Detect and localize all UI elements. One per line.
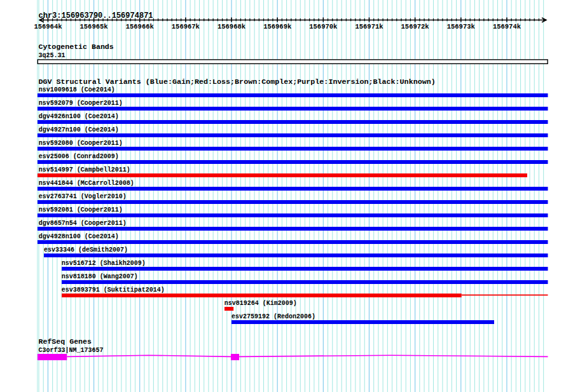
svg-text:156965k: 156965k — [80, 23, 108, 30]
svg-text:nsv516712 (Shaikh2009): nsv516712 (Shaikh2009) — [62, 260, 146, 267]
svg-text:esv3893791 (Suktitipat2014): esv3893791 (Suktitipat2014) — [62, 287, 165, 294]
svg-text:dgv8657n54 (Cooper2011): dgv8657n54 (Cooper2011) — [39, 220, 127, 227]
svg-text:156964k: 156964k — [34, 23, 62, 30]
svg-text:esv2763741 (Vogler2010): esv2763741 (Vogler2010) — [39, 193, 127, 200]
svg-text:3q25.31: 3q25.31 — [39, 52, 66, 59]
svg-text:nsv592080 (Cooper2011): nsv592080 (Cooper2011) — [39, 140, 123, 147]
svg-text:156972k: 156972k — [401, 23, 429, 30]
svg-text:esv33346 (deSmith2007): esv33346 (deSmith2007) — [44, 247, 128, 253]
svg-text:nsv819264 (Kim2009): nsv819264 (Kim2009) — [224, 300, 297, 307]
svg-text:156971k: 156971k — [355, 23, 383, 30]
svg-text:chr3:156963790..156974871: chr3:156963790..156974871 — [39, 11, 153, 20]
svg-text:nsv818180 (Wang2007): nsv818180 (Wang2007) — [62, 273, 138, 280]
svg-text:156968k: 156968k — [217, 23, 245, 30]
svg-text:156969k: 156969k — [263, 23, 291, 30]
svg-text:156967k: 156967k — [172, 23, 200, 30]
svg-text:dgv4928n100 (Coe2014): dgv4928n100 (Coe2014) — [39, 233, 119, 240]
svg-text:nsv514997 (Campbell2011): nsv514997 (Campbell2011) — [39, 166, 130, 173]
svg-text:nsv1009618 (Coe2014): nsv1009618 (Coe2014) — [39, 86, 115, 93]
svg-text:esv2759192 (Redon2006): esv2759192 (Redon2006) — [231, 313, 315, 320]
svg-text:156974k: 156974k — [493, 23, 521, 30]
svg-text:156973k: 156973k — [447, 23, 475, 30]
svg-text:156970k: 156970k — [309, 23, 337, 30]
svg-text:nsv441844 (McCarroll2008): nsv441844 (McCarroll2008) — [39, 180, 134, 187]
svg-text:DGV Structural Variants (Blue:: DGV Structural Variants (Blue:Gain;Red:L… — [39, 78, 436, 86]
svg-text:dgv4926n100 (Coe2014): dgv4926n100 (Coe2014) — [39, 113, 119, 120]
svg-text:dgv4927n100 (Coe2014): dgv4927n100 (Coe2014) — [39, 126, 119, 133]
svg-text:nsv592081 (Cooper2011): nsv592081 (Cooper2011) — [39, 206, 123, 213]
svg-text:Cytogenetic Bands: Cytogenetic Bands — [39, 43, 114, 51]
svg-text:nsv592079 (Cooper2011): nsv592079 (Cooper2011) — [39, 100, 123, 107]
svg-text:RefSeq Genes: RefSeq Genes — [39, 337, 92, 346]
svg-text:esv25006 (Conrad2009): esv25006 (Conrad2009) — [39, 153, 119, 160]
svg-text:C3orf33|NM_173657: C3orf33|NM_173657 — [39, 347, 104, 354]
svg-text:156966k: 156966k — [126, 23, 154, 30]
